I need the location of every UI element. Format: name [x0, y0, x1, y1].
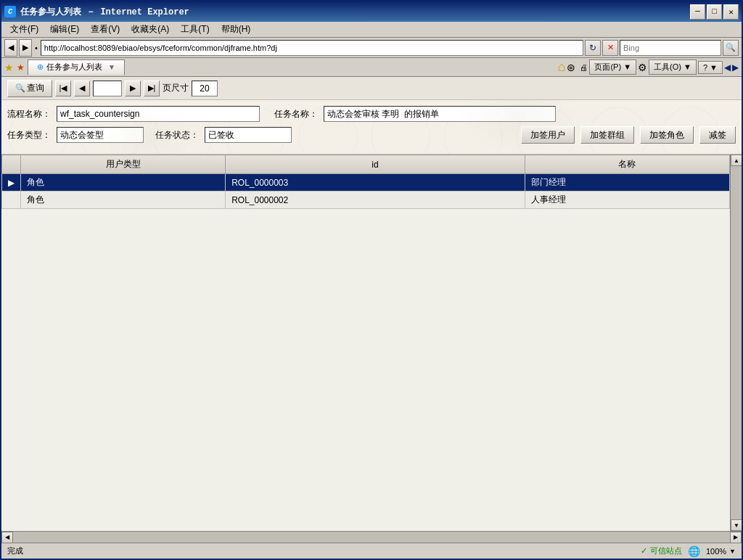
tools-menu[interactable]: 工具(O) ▼ [649, 59, 697, 75]
next-page-button[interactable]: ▶ [125, 81, 141, 96]
zoom-label: 100% [706, 547, 726, 556]
stop-button[interactable]: ✕ [602, 40, 618, 56]
task-status-label: 任务状态： [155, 129, 199, 141]
ie-window: C 任务参与人列表 － Internet Explorer ─ □ ✕ 文件(F… [0, 0, 743, 560]
col-arrow [2, 155, 21, 174]
menu-bar: 文件(F) 编辑(E) 查看(V) 收藏夹(A) 工具(T) 帮助(H) [1, 22, 742, 38]
menu-help[interactable]: 帮助(H) [215, 22, 257, 37]
status-right: ✓ 可信站点 🌐 100% ▼ [641, 545, 736, 557]
last-page-button[interactable]: ▶| [144, 81, 160, 96]
page-size-label: 页尺寸 [163, 82, 189, 94]
refresh-button[interactable]: ↻ [585, 40, 601, 56]
row-arrow: ▶ [2, 174, 21, 192]
address-input[interactable] [41, 40, 583, 56]
menu-view[interactable]: 查看(V) [85, 22, 126, 37]
process-name-input[interactable] [57, 106, 260, 122]
add-group-button[interactable]: 加签群组 [580, 126, 634, 144]
window-controls: ─ □ ✕ [690, 4, 739, 20]
restore-button[interactable]: □ [707, 4, 722, 20]
title-bar: C 任务参与人列表 － Internet Explorer ─ □ ✕ [1, 1, 742, 22]
menu-file[interactable]: 文件(F) [4, 22, 44, 37]
rss-feed-icon[interactable]: ⊛ [567, 62, 575, 73]
cell-type: 角色 [21, 192, 226, 209]
arrow-icon2: ▶ [732, 62, 739, 73]
page-size-input[interactable] [192, 81, 218, 96]
favorites-bar: ★ ★ ⊕ 任务参与人列表 ▼ ⌂ ⊛ 🖨 页面(P) ▼ ⚙ 工具(O) ▼ … [1, 58, 742, 77]
query-button[interactable]: 🔍 查询 [7, 80, 52, 97]
scroll-up-button[interactable]: ▲ [731, 155, 742, 166]
scroll-track[interactable] [731, 166, 742, 519]
zoom-dropdown-icon[interactable]: ▼ [729, 548, 736, 555]
page-number-input[interactable] [93, 81, 122, 96]
content-area: 🔍 查询 |◀ ◀ ▶ ▶| 页尺寸 流程名称： 任务名称： 任务类型： [1, 77, 742, 543]
secure-badge: ✓ 可信站点 [641, 545, 682, 556]
zoom-control[interactable]: 100% ▼ [706, 547, 736, 556]
scroll-right-button[interactable]: ▶ [730, 532, 742, 543]
col-id: id [226, 155, 525, 174]
close-button[interactable]: ✕ [723, 4, 739, 20]
add-role-button[interactable]: 加签角色 [640, 126, 694, 144]
table-row[interactable]: 角色 ROL_0000002 人事经理 [2, 192, 730, 209]
status-text: 完成 [7, 545, 635, 556]
fav-tools: ⌂ ⊛ 🖨 页面(P) ▼ ⚙ 工具(O) ▼ ? ▼ ◀ ▶ [558, 59, 739, 75]
col-user-type: 用户类型 [21, 155, 226, 174]
hscroll-track[interactable] [13, 532, 730, 543]
status-bar: 完成 ✓ 可信站点 🌐 100% ▼ [1, 543, 742, 559]
horizontal-scrollbar[interactable]: ◀ ▶ [1, 531, 742, 543]
form-area: 流程名称： 任务名称： 任务类型： 任务状态： 加签用户 加签群组 加签角色 减… [1, 100, 742, 155]
task-type-label: 任务类型： [7, 129, 51, 141]
ie-toolbar: ◀ ▶ • ↻ ✕ 🔍 [1, 38, 742, 58]
first-page-button[interactable]: |◀ [55, 81, 71, 96]
query-toolbar: 🔍 查询 |◀ ◀ ▶ ▶| 页尺寸 [1, 77, 742, 100]
earth-icon: 🌐 [688, 545, 700, 557]
task-status-input[interactable] [205, 127, 292, 143]
address-label: • [33, 44, 39, 52]
tab-label: 任务参与人列表 [46, 62, 102, 73]
menu-tools[interactable]: 工具(T) [175, 22, 215, 37]
window-title: 任务参与人列表 － Internet Explorer [20, 6, 690, 18]
favorites-tab[interactable]: ⊕ 任务参与人列表 ▼ [28, 59, 125, 75]
cell-name: 人事经理 [525, 192, 729, 209]
add-user-button[interactable]: 加签用户 [521, 126, 575, 144]
menu-favorites[interactable]: 收藏夹(A) [126, 22, 175, 37]
table-wrapper: 用户类型 id 名称 ▶ 角色 ROL_0000003 部门经理 [1, 155, 742, 531]
cell-type: 角色 [21, 174, 226, 192]
home-icon[interactable]: ⌂ [558, 59, 566, 75]
arrow-icon1: ◀ [724, 62, 731, 73]
print-icon[interactable]: 🖨 [580, 63, 588, 72]
secure-label: 可信站点 [650, 545, 682, 556]
form-row-1: 流程名称： 任务名称： [7, 106, 736, 122]
table-row[interactable]: ▶ 角色 ROL_0000003 部门经理 [2, 174, 730, 192]
col-name: 名称 [525, 155, 729, 174]
scroll-down-button[interactable]: ▼ [731, 519, 742, 531]
cell-id: ROL_0000002 [226, 192, 525, 209]
search-go-button[interactable]: 🔍 [723, 40, 739, 56]
help-menu[interactable]: ? ▼ [698, 61, 723, 74]
cell-name: 部门经理 [525, 174, 729, 192]
data-table: 用户类型 id 名称 ▶ 角色 ROL_0000003 部门经理 [1, 155, 730, 209]
forward-button[interactable]: ▶ [19, 39, 32, 57]
prev-page-button[interactable]: ◀ [74, 81, 90, 96]
search-icon: 🔍 [15, 83, 25, 93]
task-name-label: 任务名称： [274, 108, 318, 120]
process-name-label: 流程名称： [7, 108, 51, 120]
table-scroll-container: 用户类型 id 名称 ▶ 角色 ROL_0000003 部门经理 [1, 155, 742, 531]
remove-button[interactable]: 减签 [699, 126, 736, 144]
form-row-2: 任务类型： 任务状态： 加签用户 加签群组 加签角色 减签 [7, 126, 736, 144]
back-button[interactable]: ◀ [4, 39, 17, 57]
star-icon: ★ [4, 62, 14, 73]
minimize-button[interactable]: ─ [690, 4, 705, 20]
gear-icon[interactable]: ⚙ [638, 62, 647, 73]
page-menu[interactable]: 页面(P) ▼ [589, 59, 636, 75]
check-icon: ✓ [641, 546, 647, 556]
task-name-input[interactable] [324, 106, 556, 122]
window-icon: C [4, 6, 16, 17]
vertical-scrollbar[interactable]: ▲ ▼ [730, 155, 742, 531]
scroll-left-button[interactable]: ◀ [1, 532, 13, 543]
search-input[interactable] [620, 40, 721, 56]
row-arrow [2, 192, 21, 209]
menu-edit[interactable]: 编辑(E) [44, 22, 85, 37]
rss-icon: ★ [17, 62, 25, 73]
task-type-input[interactable] [57, 127, 144, 143]
cell-id: ROL_0000003 [226, 174, 525, 192]
